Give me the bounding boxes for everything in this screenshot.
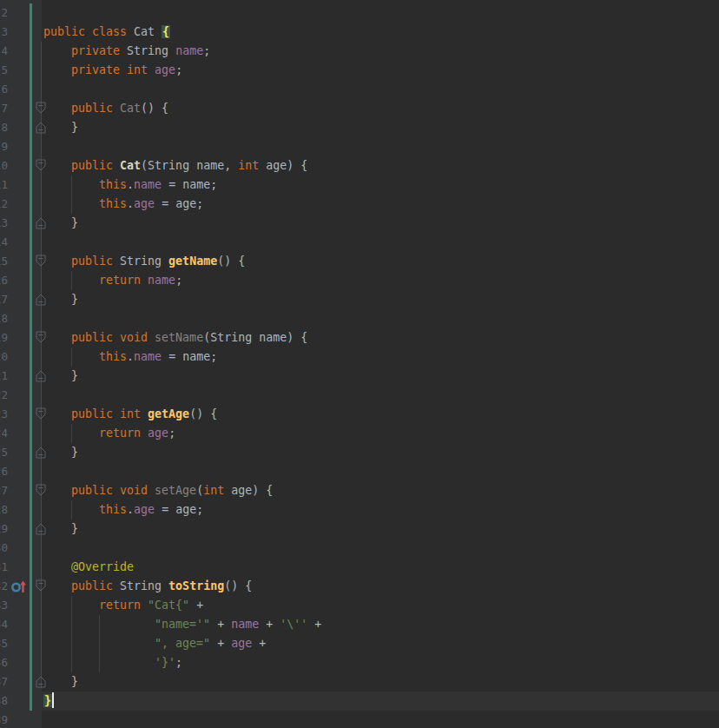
code-line[interactable]: 2 bbox=[0, 3, 719, 23]
code-line[interactable]: 3public class Cat { bbox=[0, 23, 719, 42]
code-line[interactable]: 32 public String toString() { bbox=[0, 577, 719, 596]
line-number[interactable]: 25 bbox=[0, 443, 8, 462]
code-line[interactable]: 33 return "Cat{" + bbox=[0, 596, 719, 615]
code-line[interactable]: 27 public void setAge(int age) { bbox=[0, 481, 719, 500]
code-line[interactable]: 10 public Cat(String name, int age) { bbox=[0, 156, 719, 175]
code-editor[interactable]: 1package com.example.project;23public cl… bbox=[0, 0, 719, 728]
code-text[interactable]: public String getName() { bbox=[43, 252, 245, 271]
code-text[interactable]: public int getAge() { bbox=[43, 405, 217, 424]
line-number[interactable]: 10 bbox=[0, 156, 8, 175]
code-text[interactable]: } bbox=[43, 692, 54, 711]
code-text[interactable]: } bbox=[43, 520, 78, 539]
code-line[interactable]: 11 this.name = name; bbox=[0, 175, 719, 195]
code-line[interactable]: 36 '}'; bbox=[0, 653, 719, 672]
code-line[interactable]: 20 this.name = name; bbox=[0, 347, 719, 367]
code-line[interactable]: 38} bbox=[0, 692, 719, 711]
code-text[interactable]: } bbox=[43, 672, 78, 692]
code-text[interactable]: this.name = name; bbox=[43, 175, 217, 195]
code-line[interactable]: 16 return name; bbox=[0, 271, 719, 290]
code-text[interactable]: public class Cat { bbox=[43, 23, 170, 42]
line-number[interactable]: 14 bbox=[0, 233, 8, 252]
code-text[interactable]: @Override bbox=[43, 558, 134, 577]
line-number[interactable]: 24 bbox=[0, 424, 8, 443]
code-text[interactable]: ", age=" + age + bbox=[43, 634, 266, 653]
line-number[interactable]: 26 bbox=[0, 462, 8, 481]
overrides-method-icon[interactable] bbox=[10, 580, 29, 593]
line-number[interactable]: 38 bbox=[0, 692, 8, 711]
code-line[interactable]: 30 bbox=[0, 539, 719, 558]
line-number[interactable]: 30 bbox=[0, 539, 8, 558]
code-text[interactable]: private int age; bbox=[43, 61, 182, 80]
line-number[interactable]: 35 bbox=[0, 634, 8, 653]
code-line[interactable]: 9 bbox=[0, 137, 719, 156]
code-line[interactable]: 14 bbox=[0, 233, 719, 252]
line-number[interactable]: 3 bbox=[0, 23, 8, 42]
code-line[interactable]: 39 bbox=[0, 711, 719, 728]
code-text[interactable]: public Cat(String name, int age) { bbox=[43, 156, 307, 175]
code-text[interactable]: this.age = age; bbox=[43, 195, 203, 214]
code-text[interactable]: } bbox=[43, 367, 78, 386]
line-number[interactable]: 21 bbox=[0, 367, 8, 386]
code-line[interactable]: 29 } bbox=[0, 520, 719, 539]
line-number[interactable]: 31 bbox=[0, 558, 8, 577]
line-number[interactable]: 32 bbox=[0, 577, 8, 596]
line-number[interactable]: 23 bbox=[0, 405, 8, 424]
code-line[interactable]: 6 bbox=[0, 80, 719, 99]
code-line[interactable]: 12 this.age = age; bbox=[0, 195, 719, 214]
code-text[interactable]: "name='" + name + '\'' + bbox=[43, 615, 321, 634]
code-text[interactable]: } bbox=[43, 214, 78, 233]
line-number[interactable]: 36 bbox=[0, 653, 8, 672]
line-number[interactable]: 37 bbox=[0, 672, 8, 692]
line-number[interactable]: 33 bbox=[0, 596, 8, 615]
line-number[interactable]: 20 bbox=[0, 347, 8, 367]
line-number[interactable]: 39 bbox=[0, 711, 8, 728]
code-text[interactable]: return name; bbox=[43, 271, 182, 290]
code-line[interactable]: 4 private String name; bbox=[0, 42, 719, 61]
code-line[interactable]: 31 @Override bbox=[0, 558, 719, 577]
code-line[interactable]: 25 } bbox=[0, 443, 719, 462]
line-number[interactable]: 15 bbox=[0, 252, 8, 271]
code-text[interactable]: } bbox=[43, 118, 78, 137]
code-line[interactable]: 24 return age; bbox=[0, 424, 719, 443]
code-text[interactable]: public Cat() { bbox=[43, 99, 168, 118]
line-number[interactable]: 8 bbox=[0, 118, 8, 137]
line-number[interactable]: 13 bbox=[0, 214, 8, 233]
line-number[interactable]: 6 bbox=[0, 80, 8, 99]
line-number[interactable]: 11 bbox=[0, 175, 8, 195]
code-line[interactable]: 35 ", age=" + age + bbox=[0, 634, 719, 653]
line-number[interactable]: 27 bbox=[0, 481, 8, 500]
code-text[interactable]: this.age = age; bbox=[43, 500, 203, 520]
line-number[interactable]: 19 bbox=[0, 328, 8, 347]
code-text[interactable]: return age; bbox=[43, 424, 175, 443]
line-number[interactable]: 12 bbox=[0, 195, 8, 214]
gutter-override-icon[interactable] bbox=[10, 580, 29, 593]
code-line[interactable]: 7 public Cat() { bbox=[0, 99, 719, 118]
code-line[interactable]: 22 bbox=[0, 386, 719, 405]
code-line[interactable]: 13 } bbox=[0, 214, 719, 233]
code-text[interactable]: '}'; bbox=[43, 653, 182, 672]
line-number[interactable]: 18 bbox=[0, 309, 8, 328]
line-number[interactable]: 29 bbox=[0, 520, 8, 539]
line-number[interactable]: 16 bbox=[0, 271, 8, 290]
line-number[interactable]: 34 bbox=[0, 615, 8, 634]
code-text[interactable]: public void setName(String name) { bbox=[43, 328, 307, 347]
line-number[interactable]: 22 bbox=[0, 386, 8, 405]
code-line[interactable]: 21 } bbox=[0, 367, 719, 386]
code-text[interactable]: public String toString() { bbox=[43, 577, 252, 596]
code-line[interactable]: 28 this.age = age; bbox=[0, 500, 719, 520]
code-text[interactable]: private String name; bbox=[43, 42, 210, 61]
line-number[interactable]: 5 bbox=[0, 61, 8, 80]
line-number[interactable]: 28 bbox=[0, 500, 8, 520]
code-line[interactable]: 23 public int getAge() { bbox=[0, 405, 719, 424]
code-line[interactable]: 34 "name='" + name + '\'' + bbox=[0, 615, 719, 634]
code-line[interactable]: 5 private int age; bbox=[0, 61, 719, 80]
code-text[interactable]: public void setAge(int age) { bbox=[43, 481, 273, 500]
code-text[interactable]: } bbox=[43, 290, 78, 309]
line-number[interactable]: 17 bbox=[0, 290, 8, 309]
line-number[interactable]: 2 bbox=[0, 3, 8, 23]
code-line[interactable]: 37 } bbox=[0, 672, 719, 692]
line-number[interactable]: 4 bbox=[0, 42, 8, 61]
code-line[interactable]: 19 public void setName(String name) { bbox=[0, 328, 719, 347]
line-number[interactable]: 7 bbox=[0, 99, 8, 118]
code-line[interactable]: 15 public String getName() { bbox=[0, 252, 719, 271]
